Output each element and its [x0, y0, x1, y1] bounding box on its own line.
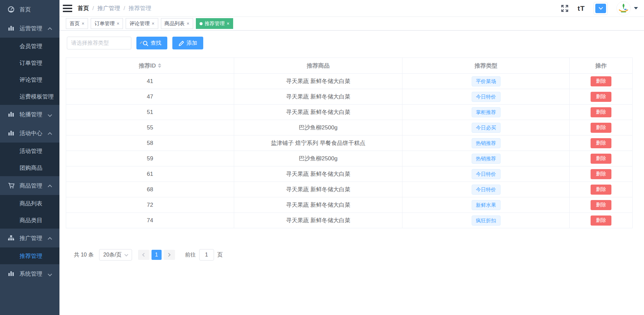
- tab[interactable]: 推荐管理 ×: [196, 18, 233, 29]
- delete-button[interactable]: 删除: [591, 138, 611, 148]
- column-header-type: 推荐类型: [402, 58, 570, 73]
- tags-view: 首页 × 订单管理 × 评论管理 × 商品列表: [59, 17, 644, 31]
- recommend-type-tag[interactable]: 今日特价: [472, 185, 501, 195]
- close-icon[interactable]: ×: [152, 21, 154, 26]
- tab-label: 推荐管理: [205, 21, 225, 27]
- delete-button[interactable]: 删除: [591, 169, 611, 179]
- goto-page-input[interactable]: [199, 249, 214, 261]
- recommend-type-tag[interactable]: 平价菜场: [472, 76, 501, 86]
- recommend-type-tag[interactable]: 今日必买: [472, 123, 501, 133]
- tab-label: 订单管理: [94, 21, 115, 27]
- delete-button[interactable]: 删除: [591, 76, 611, 86]
- recommend-type-tag[interactable]: 新鲜水果: [472, 200, 501, 210]
- add-button[interactable]: 添加: [172, 37, 203, 49]
- prev-page-button[interactable]: [138, 250, 149, 260]
- delete-button[interactable]: 删除: [591, 200, 611, 210]
- user-menu[interactable]: [616, 1, 638, 15]
- tab[interactable]: 首页 ×: [66, 18, 88, 29]
- sidebar-item-system[interactable]: 系统管理: [0, 264, 59, 283]
- recommend-type-select-input[interactable]: [71, 40, 141, 46]
- cell-recommend-product: 寻天果蔬 新鲜冬储大白菜: [234, 74, 402, 89]
- cell-recommend-product: 寻天果蔬 新鲜冬储大白菜: [234, 166, 402, 182]
- cell-recommend-product: 盐津铺子 焙宁系列 早餐食品饼干糕点: [234, 135, 402, 151]
- breadcrumb: 首页 / 推广管理 / 推荐管理: [78, 4, 151, 12]
- next-page-button[interactable]: [164, 250, 175, 260]
- pagination: 共 10 条 20条/页 1 前往 页: [74, 249, 644, 261]
- breadcrumb-separator: /: [92, 5, 94, 12]
- language-dropdown[interactable]: [594, 2, 608, 15]
- delete-button[interactable]: 删除: [591, 107, 611, 117]
- delete-button[interactable]: 删除: [591, 215, 611, 226]
- close-icon[interactable]: ×: [187, 21, 189, 26]
- table-row: 51 寻天果蔬 新鲜冬储大白菜 掌柜推荐 删除: [66, 105, 632, 120]
- cell-recommend-product: 巴沙鱼柳2500g: [234, 151, 402, 166]
- dropdown-button[interactable]: [595, 4, 606, 13]
- sidebar-item-label: 商品列表: [19, 200, 42, 207]
- column-header-id[interactable]: 推荐ID: [66, 58, 234, 73]
- chevron-up-icon: [48, 26, 52, 30]
- sidebar-item-group-buy[interactable]: 团购商品: [0, 159, 59, 176]
- close-icon[interactable]: ×: [82, 21, 84, 26]
- main-area: 首页 / 推广管理 / 推荐管理 tT: [59, 0, 644, 315]
- page-content: 查找 添加 推荐ID 推荐商品 推荐类型: [59, 31, 644, 315]
- sidebar-item-members[interactable]: 会员管理: [0, 38, 59, 54]
- avatar[interactable]: [616, 1, 631, 15]
- delete-button[interactable]: 删除: [591, 185, 611, 195]
- page-size-select[interactable]: 20条/页: [99, 249, 132, 261]
- chevron-up-icon: [48, 236, 52, 240]
- chevron-down-icon: [48, 112, 52, 116]
- chevron-down-icon: [48, 272, 52, 276]
- hamburger-icon[interactable]: [63, 5, 72, 12]
- sidebar-item-label: 会员管理: [19, 42, 42, 50]
- breadcrumb-home[interactable]: 首页: [78, 4, 89, 12]
- sort-icon[interactable]: [158, 63, 161, 68]
- sidebar-item-orders[interactable]: 订单管理: [0, 54, 59, 71]
- close-icon[interactable]: ×: [227, 21, 229, 26]
- chevron-down-icon: [124, 252, 128, 256]
- app-window: 首页运营管理会员管理订单管理评论管理运费模板管理轮播管理活动中心活动管理团购商品…: [0, 0, 644, 315]
- delete-button[interactable]: 删除: [591, 154, 611, 164]
- sitemap-icon: [7, 234, 15, 242]
- table-row: 74 寻天果蔬 新鲜冬储大白菜 疯狂折扣 删除: [66, 213, 632, 228]
- sidebar-item-shipping-template[interactable]: 运费模板管理: [0, 88, 59, 105]
- page-number-button[interactable]: 1: [152, 250, 162, 260]
- recommend-type-tag[interactable]: 热销推荐: [472, 138, 501, 148]
- sidebar-item-promotion[interactable]: 推广管理: [0, 229, 59, 247]
- sidebar-item-recommend[interactable]: 推荐管理: [0, 247, 59, 264]
- breadcrumb-current: 推荐管理: [128, 4, 151, 12]
- sidebar-item-goods-list[interactable]: 商品列表: [0, 195, 59, 212]
- chart-icon: [7, 111, 15, 118]
- sidebar-item-comments[interactable]: 评论管理: [0, 71, 59, 88]
- tab[interactable]: 订单管理 ×: [91, 18, 123, 29]
- sidebar-item-goods-category[interactable]: 商品类目: [0, 212, 59, 229]
- delete-button[interactable]: 删除: [591, 92, 611, 102]
- cell-recommend-id: 74: [66, 213, 234, 228]
- chevron-down-icon: [599, 5, 603, 10]
- recommend-type-tag[interactable]: 今日特价: [472, 169, 501, 179]
- table-row: 72 寻天果蔬 新鲜冬储大白菜 新鲜水果 删除: [66, 197, 632, 213]
- sidebar-item-activity-center[interactable]: 活动中心: [0, 124, 59, 143]
- column-header-product: 推荐商品: [234, 58, 402, 73]
- breadcrumb-promotion[interactable]: 推广管理: [97, 4, 120, 12]
- fullscreen-icon[interactable]: [561, 4, 569, 12]
- caret-down-icon: [634, 7, 638, 9]
- sidebar-item-label: 商品类目: [19, 216, 42, 224]
- sidebar-item-home[interactable]: 首页: [0, 0, 59, 19]
- dashboard-icon: [7, 6, 15, 13]
- sidebar-item-carousel[interactable]: 轮播管理: [0, 105, 59, 124]
- goto-page: 前往 页: [185, 249, 223, 261]
- tab[interactable]: 商品列表 ×: [161, 18, 193, 29]
- recommend-type-select[interactable]: [67, 37, 131, 49]
- tab[interactable]: 评论管理 ×: [126, 18, 158, 29]
- recommend-type-tag[interactable]: 掌柜推荐: [472, 107, 501, 117]
- close-icon[interactable]: ×: [117, 21, 119, 26]
- recommend-type-tag[interactable]: 今日特价: [472, 92, 501, 102]
- sidebar-item-activities[interactable]: 活动管理: [0, 143, 59, 159]
- recommend-type-tag[interactable]: 热销推荐: [472, 154, 501, 164]
- delete-button[interactable]: 删除: [591, 123, 611, 133]
- sidebar-item-operations[interactable]: 运营管理: [0, 19, 59, 38]
- font-size-icon[interactable]: tT: [577, 4, 585, 12]
- table-row: 55 巴沙鱼柳2500g 今日必买 删除: [66, 120, 632, 135]
- recommend-type-tag[interactable]: 疯狂折扣: [472, 215, 501, 226]
- sidebar-item-goods[interactable]: 商品管理: [0, 176, 59, 195]
